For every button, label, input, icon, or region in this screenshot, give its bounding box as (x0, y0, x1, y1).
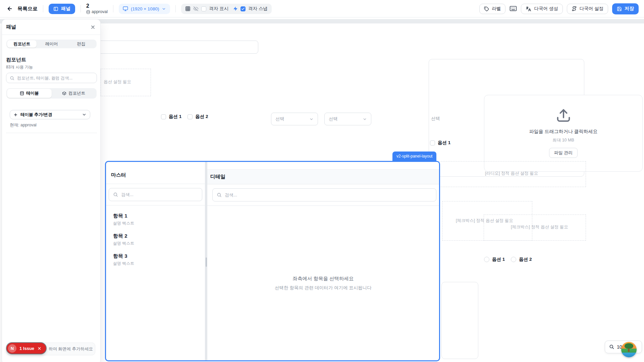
divider (175, 5, 176, 12)
components-count: 83개 사용 가능 (6, 64, 33, 70)
checkbox-warning-box-b[interactable]: [체크박스] 정적 옵션 설정 필요 (484, 215, 586, 241)
canvas-checkbox-option1[interactable]: 옵션 1 (161, 114, 181, 120)
database-icon (86, 10, 90, 14)
add-table-button[interactable]: 테이블 추가/변경 (10, 110, 90, 119)
plus-icon (13, 113, 18, 117)
grid-options-group: 격자 표시 격자 스냅 (181, 4, 272, 14)
upload-icon (484, 108, 642, 123)
master-item-list: 항목 1 설명 텍스트 항목 2 설명 텍스트 항목 3 설명 텍스트 (106, 205, 205, 270)
left-panel: 패널 컴포넌트 레이어 편집 컴포넌트 83개 사용 가능 테이블 컴포넌트 (2, 19, 101, 362)
item-title: 항목 3 (113, 253, 198, 259)
pane-resize-handle[interactable] (205, 162, 207, 360)
item-desc: 설명 텍스트 (113, 221, 198, 226)
item-title: 항목 1 (113, 213, 198, 219)
chevron-down-icon (162, 7, 166, 11)
viewport-label: (644 × 362) (131, 6, 159, 11)
i18n-settings-button[interactable]: 다국어 설정 (567, 4, 608, 14)
select-warning-box[interactable]: 옵션 설정 필요 (101, 69, 151, 96)
selected-component-label: v2-split-panel-layout (392, 152, 436, 161)
viewport-size-dropdown[interactable]: (644 × 362) (119, 4, 170, 14)
tab-edit[interactable]: 편집 (66, 40, 96, 48)
database-icon (20, 91, 24, 96)
file-manage-button[interactable]: 파일 관리 (549, 148, 578, 158)
tab-components[interactable]: 컴포넌트 (7, 40, 37, 48)
i18n-generate-text: 다국어 생성 (534, 6, 558, 12)
upload-title: 파일을 드래그하거나 클릭하세요 (484, 129, 642, 135)
save-button-text: 저장 (625, 6, 634, 12)
radio-icon[interactable] (511, 257, 516, 262)
keyboard-icon[interactable] (509, 6, 517, 12)
grid-icon (185, 6, 191, 11)
empty-card (441, 282, 478, 359)
divider (80, 5, 81, 12)
checkbox-warning-text-b: [체크박스] 정적 옵션 설정 필요 (511, 224, 568, 230)
list-item[interactable]: 항목 3 설명 텍스트 (106, 250, 205, 270)
component-search-field[interactable] (6, 73, 97, 83)
island-emoji-icon[interactable] (621, 342, 637, 357)
toggle-component[interactable]: 컴포넌트 (52, 89, 96, 98)
canvas-radio-option1[interactable]: 옵션 1 (484, 256, 505, 262)
checkbox-icon[interactable] (430, 140, 435, 145)
master-search-input[interactable]: 검색... (109, 188, 202, 201)
add-table-label: 테이블 추가/변경 (20, 112, 52, 118)
route-icon (572, 6, 577, 11)
radio-icon[interactable] (484, 257, 489, 262)
canvas-select-2[interactable]: 선택 (324, 113, 371, 125)
radio-warning-text: [라디오] 정적 옵션 설정 필요 (485, 171, 538, 176)
issue-badge-text: 1 Issue (19, 346, 34, 351)
divider (43, 5, 43, 12)
select-placeholder: 선택 (275, 116, 284, 122)
list-item[interactable]: 항목 2 설명 텍스트 (106, 230, 205, 250)
panel-tabs: 컴포넌트 레이어 편집 (6, 40, 97, 48)
canvas-radio-option2[interactable]: 옵션 2 (511, 256, 532, 262)
panel-left-icon (53, 6, 58, 11)
save-button[interactable]: 저장 (612, 3, 639, 14)
component-search-input[interactable] (17, 76, 93, 80)
canvas-checkbox-option2[interactable]: 옵션 2 (187, 114, 208, 120)
label-button[interactable]: 라벨 (479, 4, 505, 14)
detail-search-placeholder: 검색... (225, 192, 237, 198)
chevron-down-icon (363, 117, 367, 121)
chevron-down-icon (309, 117, 314, 121)
magnifier-icon (609, 344, 614, 350)
card-select-label: 선택 (431, 116, 440, 122)
empty-state-desc: 선택한 항목의 관련 데이터가 여기에 표시됩니다 (275, 285, 372, 291)
source-toggle: 테이블 컴포넌트 (6, 88, 97, 99)
close-icon[interactable] (90, 24, 96, 30)
toggle-table[interactable]: 테이블 (7, 89, 52, 98)
detail-search-input[interactable]: 검색... (212, 188, 436, 201)
panel-title: 패널 (6, 24, 16, 30)
divider (113, 5, 113, 12)
search-icon (113, 192, 118, 197)
grid-show-checkbox[interactable] (201, 6, 206, 11)
grid-snap-checkbox[interactable] (240, 6, 246, 11)
master-pane-title: 마스터 (106, 162, 205, 184)
tab-layers[interactable]: 레이어 (37, 40, 66, 48)
table-badge: approval (92, 10, 108, 14)
checkbox-icon[interactable] (161, 114, 166, 119)
back-to-list-button[interactable]: 목록으로 (7, 6, 38, 12)
close-icon[interactable] (37, 346, 42, 351)
item-desc: 설명 텍스트 (113, 241, 198, 246)
search-icon (217, 192, 222, 197)
card-checkbox-option1[interactable]: 옵션 1 (430, 140, 450, 146)
issue-badge[interactable]: N 1 Issue (7, 343, 46, 354)
issue-badge-initial: N (8, 344, 16, 353)
translate-icon (526, 6, 531, 12)
monitor-icon (123, 6, 128, 11)
i18n-generate-button[interactable]: 다국어 생성 (521, 4, 562, 14)
item-desc: 설명 텍스트 (113, 261, 198, 266)
panel-toggle-button[interactable]: 패널 (49, 4, 75, 14)
empty-state-title: 좌측에서 항목을 선택하세요 (292, 276, 354, 282)
file-upload-dropzone[interactable]: 파일을 드래그하거나 클릭하세요 최대 10 MB 파일 관리 (484, 95, 643, 172)
canvas-select-1[interactable]: 선택 (271, 113, 318, 125)
save-icon (617, 6, 622, 11)
select-warning-text: 옵션 설정 필요 (104, 79, 131, 85)
split-panel-component[interactable]: 마스터 검색... 항목 1 설명 텍스트 항목 2 설명 텍스트 항목 3 설… (105, 161, 440, 361)
checkbox-icon[interactable] (187, 114, 193, 119)
detail-pane-title: 디테일 (207, 169, 439, 184)
list-item[interactable]: 항목 1 설명 텍스트 (106, 210, 205, 230)
resize-grip-icon (206, 257, 207, 267)
card-checkbox-label: 옵션 1 (438, 140, 450, 146)
toggle-component-label: 컴포넌트 (68, 90, 85, 96)
